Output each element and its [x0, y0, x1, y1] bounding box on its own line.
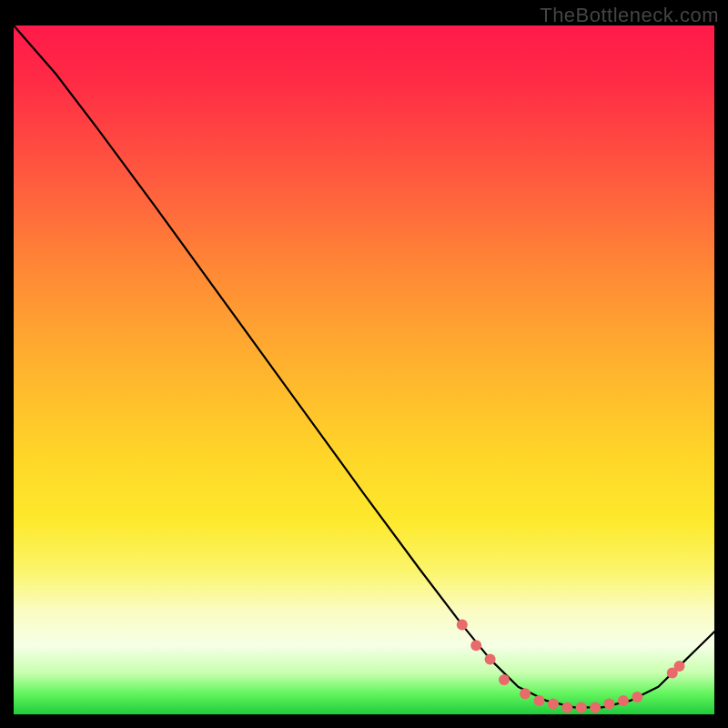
chart-container: TheBottleneck.com	[0, 0, 728, 728]
data-marker	[470, 640, 481, 651]
data-marker	[457, 620, 468, 631]
marker-group	[457, 620, 685, 713]
data-marker	[534, 695, 545, 706]
data-marker	[576, 702, 587, 713]
data-marker	[604, 699, 615, 710]
plot-overlay	[14, 25, 714, 714]
attribution-text: TheBottleneck.com	[540, 4, 719, 27]
bottleneck-curve	[14, 25, 714, 707]
data-marker	[590, 702, 601, 713]
data-marker	[485, 653, 496, 664]
data-marker	[561, 702, 572, 713]
data-marker	[520, 688, 531, 699]
data-marker	[499, 674, 510, 685]
data-marker	[632, 692, 642, 703]
data-marker	[618, 695, 629, 706]
data-marker	[548, 699, 559, 710]
data-marker	[674, 661, 685, 672]
